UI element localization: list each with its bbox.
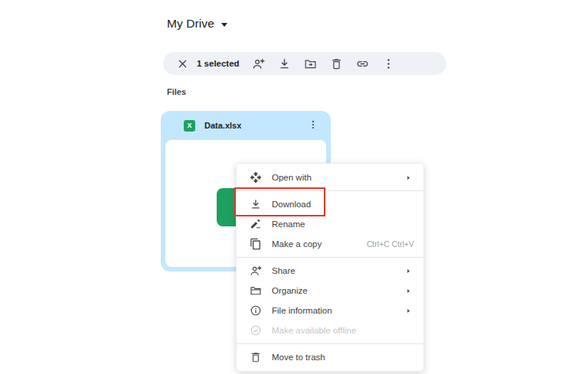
menu-item-share[interactable]: Share bbox=[237, 261, 423, 281]
trash-button[interactable] bbox=[325, 54, 348, 73]
more-options-icon bbox=[382, 57, 395, 70]
menu-item-label: Rename bbox=[272, 220, 414, 229]
menu-divider bbox=[237, 257, 423, 258]
submenu-arrow-icon bbox=[405, 288, 412, 294]
menu-item-label: Make available offline bbox=[272, 326, 414, 335]
move-folder-icon bbox=[304, 57, 317, 70]
menu-item-label: Organize bbox=[272, 286, 405, 295]
submenu-arrow-icon bbox=[405, 268, 412, 275]
rename-icon bbox=[250, 218, 262, 230]
menu-item-move-to-trash[interactable]: Move to trash bbox=[237, 347, 423, 367]
menu-item-rename[interactable]: Rename bbox=[237, 214, 423, 234]
page-title: My Drive bbox=[167, 17, 214, 31]
trash-icon bbox=[330, 57, 343, 70]
submenu-arrow-icon bbox=[405, 174, 412, 181]
menu-item-file-information[interactable]: File information bbox=[237, 301, 423, 320]
get-link-button[interactable] bbox=[351, 54, 374, 73]
link-icon bbox=[356, 57, 369, 70]
selection-count-label: 1 selected bbox=[197, 59, 240, 68]
copy-icon bbox=[250, 238, 262, 250]
menu-item-label: Share bbox=[272, 266, 405, 275]
file-card-header: X Data.xlsx bbox=[161, 111, 331, 140]
download-icon bbox=[250, 198, 262, 210]
menu-item-label: Move to trash bbox=[272, 353, 414, 362]
folder-icon bbox=[250, 285, 262, 297]
menu-item-label: Open with bbox=[272, 173, 405, 182]
excel-file-icon: X bbox=[184, 120, 195, 132]
menu-item-make-a-copy[interactable]: Make a copy Ctrl+C Ctrl+V bbox=[237, 234, 423, 254]
chevron-down-icon bbox=[221, 23, 227, 27]
info-icon bbox=[250, 304, 262, 317]
move-to-folder-button[interactable] bbox=[299, 54, 322, 73]
offline-check-icon bbox=[250, 324, 262, 337]
download-icon bbox=[278, 57, 291, 70]
file-more-options-button[interactable] bbox=[305, 117, 322, 134]
person-add-icon bbox=[252, 57, 265, 70]
my-drive-breadcrumb[interactable]: My Drive bbox=[167, 17, 227, 31]
menu-item-label: Download bbox=[272, 200, 414, 209]
share-button[interactable] bbox=[247, 54, 270, 73]
trash-icon bbox=[250, 351, 262, 363]
selection-toolbar: 1 selected bbox=[163, 52, 446, 75]
file-name: Data.xlsx bbox=[204, 121, 305, 130]
menu-divider bbox=[237, 343, 423, 344]
person-add-icon bbox=[250, 265, 262, 277]
drive-page: My Drive 1 selected bbox=[0, 0, 588, 374]
menu-item-download[interactable]: Download bbox=[237, 194, 423, 214]
menu-item-label: Make a copy bbox=[272, 239, 367, 249]
context-menu: Open with Download Rename Make a copy Ct… bbox=[236, 163, 424, 372]
files-section-label: Files bbox=[167, 87, 186, 96]
open-with-icon bbox=[250, 171, 262, 184]
shortcut-label: Ctrl+C Ctrl+V bbox=[367, 240, 414, 249]
submenu-arrow-icon bbox=[405, 307, 412, 314]
menu-item-organize[interactable]: Organize bbox=[237, 281, 423, 301]
menu-item-open-with[interactable]: Open with bbox=[237, 167, 423, 187]
more-actions-button[interactable] bbox=[377, 54, 400, 73]
menu-item-label: File information bbox=[272, 306, 405, 315]
menu-item-make-available-offline: Make available offline bbox=[237, 320, 423, 340]
close-icon bbox=[176, 57, 189, 70]
more-options-icon bbox=[308, 119, 318, 132]
download-button[interactable] bbox=[273, 54, 296, 73]
toolbar-actions bbox=[247, 54, 400, 73]
clear-selection-button[interactable] bbox=[171, 54, 194, 73]
menu-divider bbox=[237, 190, 423, 191]
